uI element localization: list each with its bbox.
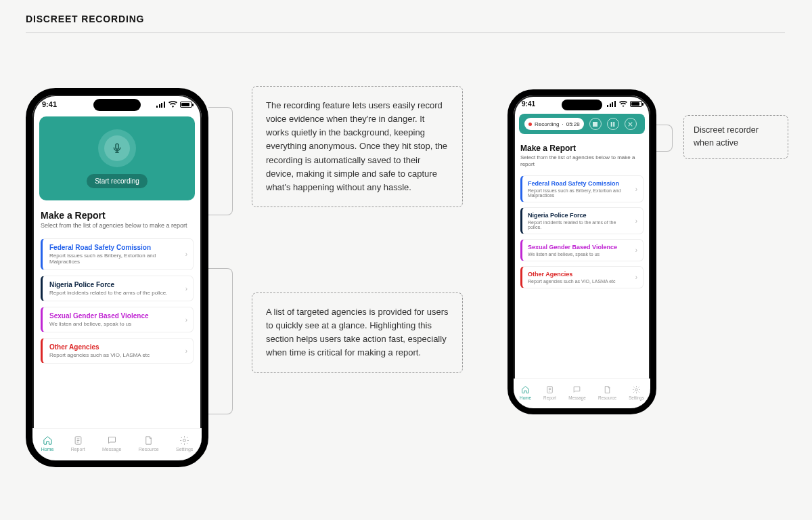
svg-point-7 <box>635 388 637 390</box>
nav-label: Message <box>102 447 121 452</box>
wifi-icon <box>619 101 627 107</box>
report-title: Make a Report <box>520 144 644 153</box>
stop-icon <box>593 122 597 127</box>
agency-card[interactable]: Other AgenciesReport agencies such as VI… <box>520 266 644 288</box>
recording-active-bar: Recording · 05:28 <box>519 114 645 134</box>
nav-item-home[interactable]: Home <box>41 435 54 452</box>
signal-icon <box>156 102 166 108</box>
nav-label: Report <box>543 395 556 400</box>
agency-name: Federal Road Safety Comission <box>528 180 629 187</box>
phone-notch <box>562 100 602 110</box>
chevron-right-icon: › <box>635 246 637 254</box>
bottom-nav: HomeReportMessageResourceSettings <box>514 378 650 408</box>
stop-recording-button[interactable] <box>589 118 602 130</box>
signal-icon <box>607 101 616 107</box>
nav-item-message[interactable]: Message <box>568 385 586 400</box>
agency-card[interactable]: Sexual Gender Based ViolenceWe listen an… <box>520 239 644 261</box>
start-recording-button[interactable]: Start recording <box>87 174 148 188</box>
nav-label: Resource <box>598 395 616 400</box>
callout-bracket <box>208 107 233 215</box>
svg-rect-0 <box>116 144 118 149</box>
agency-desc: We listen and believe, speak to us <box>49 321 178 327</box>
phone-mockup-recording: 9:41 Recording · 05:28 Make a Report Sel… <box>508 89 656 414</box>
chevron-right-icon: › <box>635 185 637 192</box>
dot-separator: · <box>562 121 563 127</box>
battery-icon <box>180 102 192 108</box>
nav-item-message[interactable]: Message <box>102 435 121 452</box>
phone-notch <box>93 99 141 111</box>
svg-rect-3 <box>593 122 597 127</box>
agency-name: Other Agencies <box>528 271 629 278</box>
callout-active-recorder: Discreet recorder when active <box>683 115 788 159</box>
status-time: 9:41 <box>522 100 535 108</box>
nav-label: Resource <box>139 447 159 452</box>
nav-label: Settings <box>176 447 193 452</box>
agency-name: Nigeria Police Force <box>528 212 629 219</box>
report-section: Make a Report Select from the list of ag… <box>514 141 650 296</box>
agency-card[interactable]: Federal Road Safety ComissionReport issu… <box>41 238 194 270</box>
wifi-icon <box>168 101 177 108</box>
chevron-right-icon: › <box>185 251 187 258</box>
section-title: DISCREET RECORDING <box>26 14 785 24</box>
agency-card[interactable]: Nigeria Police ForceReport incidents rel… <box>41 276 194 301</box>
report-title: Make a Report <box>41 210 194 221</box>
agency-list: Federal Road Safety ComissionReport issu… <box>41 238 194 364</box>
report-icon <box>545 385 554 394</box>
svg-point-2 <box>183 439 186 441</box>
nav-item-settings[interactable]: Settings <box>176 435 193 452</box>
nav-item-settings[interactable]: Settings <box>629 385 644 400</box>
agency-name: Sexual Gender Based Violence <box>49 312 178 320</box>
nav-item-resource[interactable]: Resource <box>139 435 159 452</box>
nav-item-report[interactable]: Report <box>543 385 556 400</box>
status-icons <box>156 101 192 108</box>
recording-dot-icon <box>528 123 532 126</box>
status-icons <box>607 101 642 107</box>
settings-icon <box>179 435 189 446</box>
nav-label: Message <box>568 395 586 400</box>
agency-desc: Report issues such as Bribery, Extortion… <box>49 253 178 265</box>
status-time: 9:41 <box>42 100 57 108</box>
recording-status-pill: Recording · 05:28 <box>524 118 584 130</box>
section-header: DISCREET RECORDING <box>26 14 785 33</box>
mic-button-ring[interactable] <box>98 129 136 167</box>
report-subtitle: Select from the list of agencies below t… <box>520 154 644 169</box>
callout-agencies: A list of targeted agencies is provided … <box>252 292 463 373</box>
nav-label: Settings <box>629 395 644 400</box>
recording-label: Recording <box>535 121 559 127</box>
nav-item-report[interactable]: Report <box>71 435 85 452</box>
settings-icon <box>632 385 641 394</box>
callout-bracket <box>656 125 673 152</box>
agency-name: Other Agencies <box>49 343 178 351</box>
agency-card[interactable]: Federal Road Safety ComissionReport issu… <box>520 175 644 202</box>
agency-desc: Report issues such as Bribery, Extortion… <box>528 188 629 198</box>
pause-recording-button[interactable] <box>607 118 619 130</box>
cancel-recording-button[interactable] <box>625 118 637 130</box>
report-icon <box>73 435 83 446</box>
close-icon <box>628 122 633 127</box>
report-subtitle: Select from the list of agencies below t… <box>41 222 194 230</box>
message-icon <box>107 435 117 446</box>
recording-card: Start recording <box>39 116 195 200</box>
agency-list: Federal Road Safety ComissionReport issu… <box>520 175 644 288</box>
callout-recording: The recording feature lets users easily … <box>252 86 463 207</box>
chevron-right-icon: › <box>185 316 187 323</box>
nav-item-resource[interactable]: Resource <box>598 385 616 400</box>
chevron-right-icon: › <box>635 217 637 224</box>
home-icon <box>43 435 53 446</box>
battery-icon <box>630 101 642 107</box>
agency-name: Sexual Gender Based Violence <box>528 244 629 251</box>
microphone-icon <box>112 143 122 154</box>
chevron-right-icon: › <box>635 274 637 281</box>
recording-time: 05:28 <box>566 121 580 127</box>
pause-icon <box>610 122 615 127</box>
agency-card[interactable]: Nigeria Police ForceReport incidents rel… <box>520 207 644 234</box>
nav-item-home[interactable]: Home <box>520 385 531 400</box>
agency-card[interactable]: Other AgenciesReport agencies such as VI… <box>41 338 194 364</box>
agency-name: Nigeria Police Force <box>49 281 178 288</box>
agency-desc: Report agencies such as VIO, LASMA etc <box>528 279 629 284</box>
mic-button[interactable] <box>104 135 130 161</box>
phone-mockup-idle: 9:41 Start recording Make a Report Selec… <box>26 88 208 467</box>
nav-label: Home <box>41 447 54 452</box>
message-icon <box>572 385 581 394</box>
agency-card[interactable]: Sexual Gender Based ViolenceWe listen an… <box>41 307 194 332</box>
